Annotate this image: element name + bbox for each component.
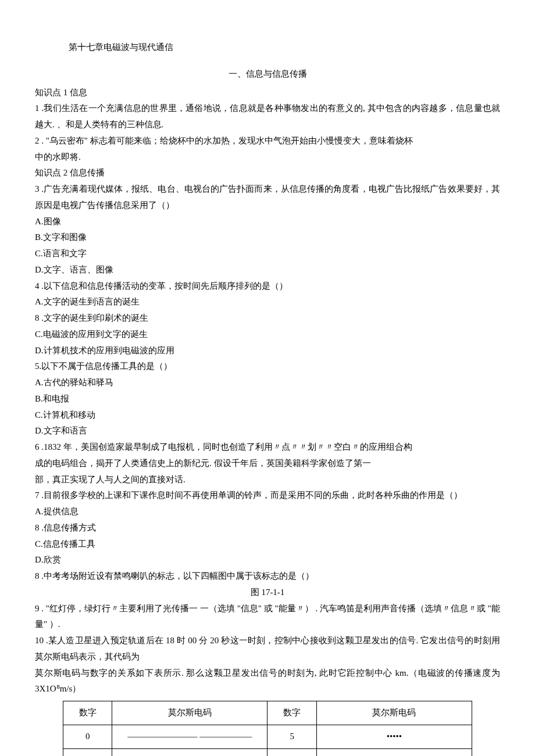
header-digit-2: 数字: [268, 701, 316, 725]
cell-morse: --••••: [316, 748, 472, 756]
cell-digit: 0: [63, 725, 112, 748]
question-1: 1 .我们生活在一个充满信息的世界里，通俗地说，信息就是各种事物发出的有意义的,…: [35, 101, 500, 133]
table-row: 1 •——————————— 6 --••••: [63, 748, 472, 756]
q3-choice-c: C.语言和文字: [35, 246, 500, 262]
q7-choice-c: C.信息传播工具: [35, 536, 500, 553]
question-2: 2 . "乌云密布" 标志着可能来临；给烧杯中的水加热，发现水中气泡开始由小慢慢…: [35, 133, 500, 149]
cell-morse: ———————— ——————: [112, 725, 268, 748]
cell-digit: 1: [63, 748, 112, 756]
cell-morse: •———————————: [112, 748, 268, 756]
header-morse-2: 莫尔斯电码: [316, 701, 472, 725]
q5-choice-a: A.古代的驿站和驿马: [35, 375, 500, 391]
q5-choice-c: C.计算机和移动: [35, 407, 500, 424]
section-title: 一、信息与信息传播: [35, 66, 500, 83]
q4-choice-c: C.电磁波的应用到文字的诞生: [35, 327, 500, 343]
question-3: 3 .广告充满着现代媒体，报纸、电台、电视台的广告扑面而来，从信息传播的角度看，…: [35, 181, 500, 214]
table-row: 0 ———————— —————— 5 •••••: [63, 725, 472, 748]
question-6-cont1: 成的电码组合，揭开了人类通信史上的新纪元. 假设千年后，英国美籍科学家创造了第一: [35, 456, 500, 472]
question-2-cont: 中的水即将.: [35, 149, 500, 166]
question-9: 9 . "红灯停，绿灯行〃主要利用了光传播一 一（选填 "信息" 或 "能量〃）…: [35, 601, 500, 633]
cell-digit: 6: [268, 748, 316, 756]
table-header-row: 数字 莫尔斯电码 数字 莫尔斯电码: [63, 701, 472, 725]
q3-choice-a: A.图像: [35, 214, 500, 230]
q4-choice-a: A.文字的诞生到语言的诞生: [35, 294, 500, 310]
header-digit-1: 数字: [63, 701, 112, 725]
question-4: 4 .以下信息和信息传播活动的变革，按时间先后顺序排列的是（）: [35, 278, 500, 295]
cell-morse: •••••: [316, 725, 472, 748]
morse-code-table: 数字 莫尔斯电码 数字 莫尔斯电码 0 ———————— —————— 5 ••…: [63, 701, 472, 756]
question-6: 6 .1832 年，美国创造家最早制成了电报机，同时也创造了利用〃点〃〃划〃〃空…: [35, 439, 500, 456]
question-8: 8 .中考考场附近设有禁鸣喇叭的标志，以下四幅图中属于该标志的是（）: [35, 568, 500, 585]
figure-label: 图 17-1-1: [35, 585, 500, 601]
q5-choice-b: B.和电报: [35, 391, 500, 407]
question-10-cont: 莫尔斯电码与数字的关系如下表所示. 那么这颗卫星发出信号的时刻为, 此时它距控制…: [35, 665, 500, 698]
chapter-title: 第十七章电磁波与现代通信: [69, 40, 500, 56]
knowledge-point-1: 知识点 1 信息: [35, 85, 500, 101]
question-6-cont2: 部，真正实现了人与人之间的直接对话.: [35, 472, 500, 488]
q4-choice-b: 8 .文字的诞生到印刷术的诞生: [35, 310, 500, 327]
header-morse-1: 莫尔斯电码: [112, 701, 268, 725]
q7-choice-b: 8 .信息传播方式: [35, 520, 500, 536]
q4-choice-d: D.计算机技术的应用到电磁波的应用: [35, 343, 500, 359]
q3-choice-d: D.文字、语言、图像: [35, 262, 500, 278]
question-7: 7 .目前很多学校的上课和下课作息时间不再使用单调的铃声，而是采用不同的乐曲，此…: [35, 488, 500, 504]
q3-choice-b: B.文字和图像: [35, 230, 500, 246]
q7-choice-a: A.提供信息: [35, 504, 500, 520]
question-5: 5.以下不属于信息传播工具的是（）: [35, 359, 500, 375]
q7-choice-d: D.欣赏: [35, 552, 500, 568]
knowledge-point-2: 知识点 2 信息传播: [35, 165, 500, 181]
q5-choice-d: D.文字和语言: [35, 423, 500, 439]
question-10: 10 .某人造卫星进入预定轨道后在 18 时 00 分 20 秒这一时刻，控制中…: [35, 633, 500, 665]
cell-digit: 5: [268, 725, 316, 748]
